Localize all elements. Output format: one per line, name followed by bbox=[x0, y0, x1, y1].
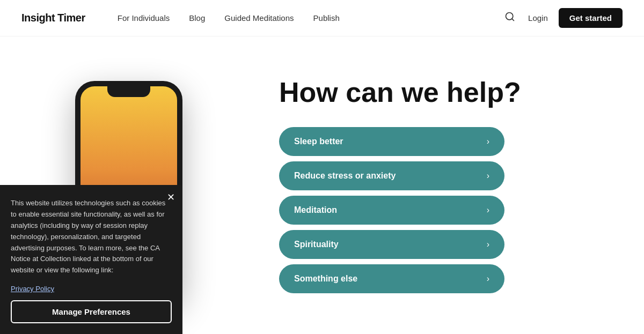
option-reduce-stress[interactable]: Reduce stress or anxiety › bbox=[279, 161, 504, 190]
main-heading: How can we help? bbox=[279, 77, 612, 108]
nav-publish[interactable]: Publish bbox=[313, 13, 340, 23]
option-something-else[interactable]: Something else › bbox=[279, 264, 504, 293]
nav-for-individuals[interactable]: For Individuals bbox=[118, 13, 170, 23]
cookie-close-button[interactable]: ✕ bbox=[167, 192, 175, 202]
nav-guided-meditations[interactable]: Guided Meditations bbox=[224, 13, 294, 23]
svg-line-1 bbox=[512, 19, 514, 21]
get-started-button[interactable]: Get started bbox=[559, 8, 623, 28]
chevron-right-icon-3: › bbox=[487, 240, 489, 249]
options-list: Sleep better › Reduce stress or anxiety … bbox=[279, 127, 504, 293]
right-side: How can we help? Sleep better › Reduce s… bbox=[258, 36, 644, 334]
main-nav: For Individuals Blog Guided Meditations … bbox=[118, 13, 502, 23]
option-label-something-else: Something else bbox=[294, 274, 357, 284]
option-sleep-better[interactable]: Sleep better › bbox=[279, 127, 504, 156]
option-label-sleep-better: Sleep better bbox=[294, 137, 343, 146]
search-button[interactable] bbox=[502, 9, 517, 27]
header-right: Login Get started bbox=[502, 8, 623, 28]
header: Insight Timer For Individuals Blog Guide… bbox=[0, 0, 644, 36]
cookie-body-text: This website utilizes technologies such … bbox=[11, 198, 172, 276]
chevron-right-icon-0: › bbox=[487, 137, 489, 146]
option-meditation[interactable]: Meditation › bbox=[279, 196, 504, 225]
manage-preferences-button[interactable]: Manage Preferences bbox=[11, 300, 172, 323]
cookie-banner: ✕ This website utilizes technologies suc… bbox=[0, 185, 182, 334]
chevron-right-icon-4: › bbox=[487, 274, 489, 284]
login-button[interactable]: Login bbox=[528, 13, 548, 23]
option-label-spirituality: Spirituality bbox=[294, 240, 339, 249]
phone-notch bbox=[107, 86, 150, 97]
chevron-right-icon-2: › bbox=[487, 205, 489, 215]
option-label-reduce-stress: Reduce stress or anxiety bbox=[294, 171, 396, 181]
search-icon bbox=[504, 11, 515, 22]
option-label-meditation: Meditation bbox=[294, 205, 337, 215]
privacy-policy-link[interactable]: Privacy Policy bbox=[11, 285, 54, 293]
nav-blog[interactable]: Blog bbox=[189, 13, 205, 23]
option-spirituality[interactable]: Spirituality › bbox=[279, 230, 504, 259]
logo[interactable]: Insight Timer bbox=[21, 12, 85, 24]
chevron-right-icon-1: › bbox=[487, 171, 489, 181]
